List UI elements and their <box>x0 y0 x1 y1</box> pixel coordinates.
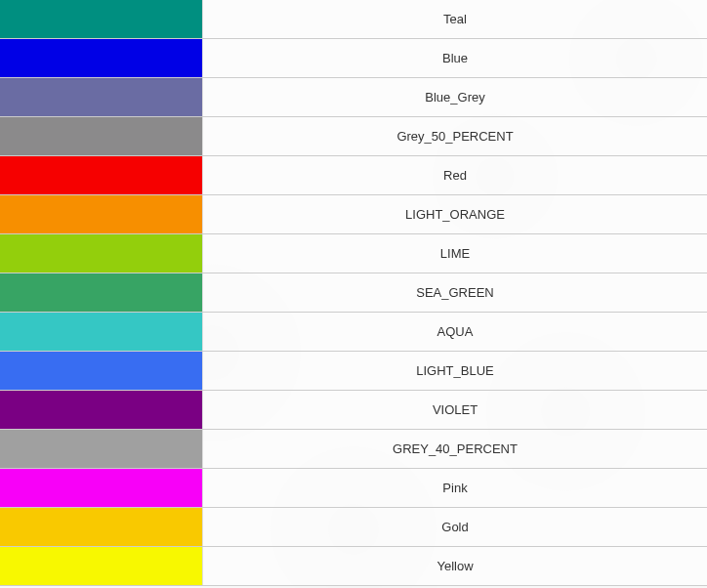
table-row: Gold <box>0 508 707 547</box>
color-label: LIME <box>202 234 707 273</box>
table-row: VIOLET <box>0 391 707 430</box>
color-swatch <box>0 273 202 312</box>
color-swatch <box>0 508 202 546</box>
table-row: Grey_50_PERCENT <box>0 117 707 156</box>
table-row: LIGHT_ORANGE <box>0 195 707 234</box>
color-label: LIGHT_BLUE <box>202 352 707 390</box>
table-row: Yellow <box>0 547 707 586</box>
color-table: Teal Blue Blue_Grey Grey_50_PERCENT Red … <box>0 0 707 586</box>
color-swatch <box>0 0 202 38</box>
color-swatch <box>0 156 202 194</box>
color-swatch <box>0 313 202 351</box>
color-label: Yellow <box>202 547 707 585</box>
table-row: SEA_GREEN <box>0 273 707 313</box>
color-label: SEA_GREEN <box>202 273 707 312</box>
table-row: Teal <box>0 0 707 39</box>
color-label: AQUA <box>202 313 707 351</box>
color-swatch <box>0 547 202 585</box>
table-row: GREY_40_PERCENT <box>0 430 707 469</box>
table-row: Blue <box>0 39 707 78</box>
color-swatch <box>0 234 202 273</box>
color-label: Blue_Grey <box>202 78 707 116</box>
color-label: Pink <box>202 469 707 507</box>
color-label: Blue <box>202 39 707 77</box>
table-row: AQUA <box>0 313 707 352</box>
color-label: GREY_40_PERCENT <box>202 430 707 468</box>
color-swatch <box>0 39 202 77</box>
table-row: LIME <box>0 234 707 273</box>
color-swatch <box>0 391 202 429</box>
color-label: VIOLET <box>202 391 707 429</box>
color-swatch <box>0 195 202 233</box>
color-swatch <box>0 352 202 390</box>
table-row: Pink <box>0 469 707 508</box>
color-swatch <box>0 430 202 468</box>
color-label: Gold <box>202 508 707 546</box>
color-swatch <box>0 78 202 116</box>
color-swatch <box>0 469 202 507</box>
color-label: Teal <box>202 0 707 38</box>
table-row: Red <box>0 156 707 195</box>
table-row: LIGHT_BLUE <box>0 352 707 391</box>
color-label: Grey_50_PERCENT <box>202 117 707 155</box>
color-label: Red <box>202 156 707 194</box>
table-row: Blue_Grey <box>0 78 707 117</box>
color-swatch <box>0 117 202 155</box>
color-label: LIGHT_ORANGE <box>202 195 707 233</box>
